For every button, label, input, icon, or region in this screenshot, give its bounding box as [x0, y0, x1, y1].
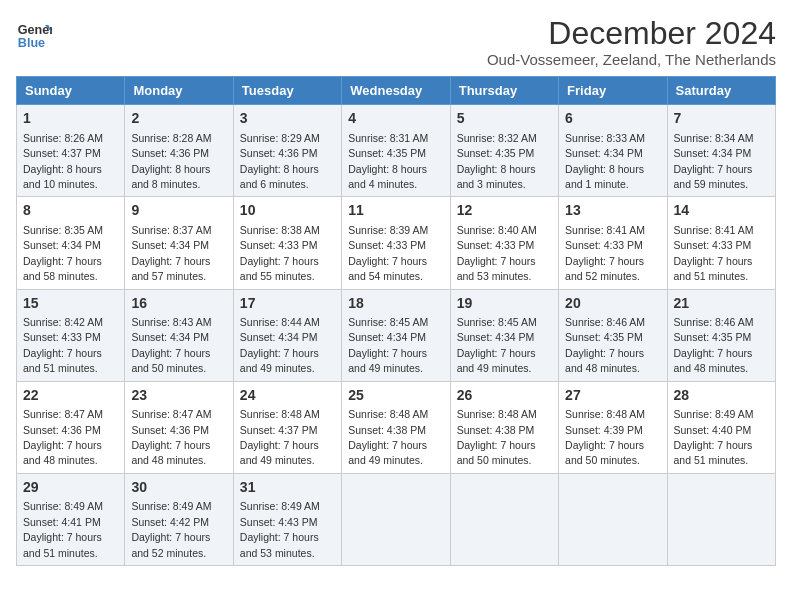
day-sunrise: Sunrise: 8:46 AM [565, 316, 645, 328]
calendar-cell: 2 Sunrise: 8:28 AM Sunset: 4:36 PM Dayli… [125, 105, 233, 197]
day-sunset: Sunset: 4:34 PM [131, 239, 209, 251]
calendar-week-row: 1 Sunrise: 8:26 AM Sunset: 4:37 PM Dayli… [17, 105, 776, 197]
day-sunrise: Sunrise: 8:33 AM [565, 132, 645, 144]
day-number: 29 [23, 478, 118, 498]
day-daylight: Daylight: 7 hours and 51 minutes. [674, 439, 753, 466]
day-number: 21 [674, 294, 769, 314]
column-header-wednesday: Wednesday [342, 77, 450, 105]
day-daylight: Daylight: 7 hours and 49 minutes. [348, 439, 427, 466]
logo-icon: General Blue [16, 16, 52, 52]
calendar-body: 1 Sunrise: 8:26 AM Sunset: 4:37 PM Dayli… [17, 105, 776, 566]
day-daylight: Daylight: 8 hours and 6 minutes. [240, 163, 319, 190]
day-sunset: Sunset: 4:35 PM [674, 331, 752, 343]
day-sunrise: Sunrise: 8:44 AM [240, 316, 320, 328]
day-daylight: Daylight: 7 hours and 48 minutes. [674, 347, 753, 374]
day-sunset: Sunset: 4:41 PM [23, 516, 101, 528]
day-number: 22 [23, 386, 118, 406]
day-sunrise: Sunrise: 8:40 AM [457, 224, 537, 236]
day-sunset: Sunset: 4:33 PM [457, 239, 535, 251]
day-number: 9 [131, 201, 226, 221]
day-daylight: Daylight: 7 hours and 48 minutes. [131, 439, 210, 466]
day-daylight: Daylight: 7 hours and 57 minutes. [131, 255, 210, 282]
day-number: 14 [674, 201, 769, 221]
calendar-cell: 17 Sunrise: 8:44 AM Sunset: 4:34 PM Dayl… [233, 289, 341, 381]
calendar-cell: 14 Sunrise: 8:41 AM Sunset: 4:33 PM Dayl… [667, 197, 775, 289]
day-sunrise: Sunrise: 8:48 AM [457, 408, 537, 420]
day-sunset: Sunset: 4:35 PM [348, 147, 426, 159]
day-number: 1 [23, 109, 118, 129]
day-number: 19 [457, 294, 552, 314]
calendar-week-row: 22 Sunrise: 8:47 AM Sunset: 4:36 PM Dayl… [17, 381, 776, 473]
day-sunset: Sunset: 4:36 PM [131, 424, 209, 436]
day-sunrise: Sunrise: 8:48 AM [565, 408, 645, 420]
calendar-cell: 25 Sunrise: 8:48 AM Sunset: 4:38 PM Dayl… [342, 381, 450, 473]
day-number: 2 [131, 109, 226, 129]
day-sunrise: Sunrise: 8:37 AM [131, 224, 211, 236]
day-sunset: Sunset: 4:33 PM [240, 239, 318, 251]
day-sunrise: Sunrise: 8:41 AM [565, 224, 645, 236]
svg-text:Blue: Blue [18, 36, 45, 50]
calendar-cell: 13 Sunrise: 8:41 AM Sunset: 4:33 PM Dayl… [559, 197, 667, 289]
day-sunrise: Sunrise: 8:41 AM [674, 224, 754, 236]
day-daylight: Daylight: 8 hours and 8 minutes. [131, 163, 210, 190]
day-sunset: Sunset: 4:34 PM [23, 239, 101, 251]
day-daylight: Daylight: 7 hours and 50 minutes. [565, 439, 644, 466]
day-sunset: Sunset: 4:34 PM [565, 147, 643, 159]
calendar-cell: 9 Sunrise: 8:37 AM Sunset: 4:34 PM Dayli… [125, 197, 233, 289]
day-sunrise: Sunrise: 8:48 AM [240, 408, 320, 420]
day-daylight: Daylight: 7 hours and 58 minutes. [23, 255, 102, 282]
day-sunrise: Sunrise: 8:49 AM [131, 500, 211, 512]
calendar-week-row: 15 Sunrise: 8:42 AM Sunset: 4:33 PM Dayl… [17, 289, 776, 381]
calendar-cell [559, 473, 667, 565]
day-sunrise: Sunrise: 8:29 AM [240, 132, 320, 144]
day-daylight: Daylight: 8 hours and 1 minute. [565, 163, 644, 190]
day-sunset: Sunset: 4:36 PM [23, 424, 101, 436]
day-sunrise: Sunrise: 8:45 AM [457, 316, 537, 328]
day-sunset: Sunset: 4:33 PM [565, 239, 643, 251]
day-sunrise: Sunrise: 8:26 AM [23, 132, 103, 144]
page-title: December 2024 [487, 16, 776, 51]
day-sunrise: Sunrise: 8:46 AM [674, 316, 754, 328]
day-sunrise: Sunrise: 8:38 AM [240, 224, 320, 236]
day-number: 27 [565, 386, 660, 406]
calendar-cell: 16 Sunrise: 8:43 AM Sunset: 4:34 PM Dayl… [125, 289, 233, 381]
day-number: 7 [674, 109, 769, 129]
calendar-week-row: 29 Sunrise: 8:49 AM Sunset: 4:41 PM Dayl… [17, 473, 776, 565]
day-daylight: Daylight: 7 hours and 50 minutes. [457, 439, 536, 466]
calendar-cell: 10 Sunrise: 8:38 AM Sunset: 4:33 PM Dayl… [233, 197, 341, 289]
calendar-cell: 1 Sunrise: 8:26 AM Sunset: 4:37 PM Dayli… [17, 105, 125, 197]
column-header-monday: Monday [125, 77, 233, 105]
column-header-friday: Friday [559, 77, 667, 105]
day-number: 26 [457, 386, 552, 406]
day-sunset: Sunset: 4:33 PM [674, 239, 752, 251]
day-daylight: Daylight: 7 hours and 53 minutes. [240, 531, 319, 558]
day-sunset: Sunset: 4:37 PM [23, 147, 101, 159]
header: General Blue December 2024 Oud-Vossemeer… [16, 16, 776, 68]
day-sunset: Sunset: 4:40 PM [674, 424, 752, 436]
day-daylight: Daylight: 7 hours and 51 minutes. [23, 347, 102, 374]
day-daylight: Daylight: 7 hours and 52 minutes. [131, 531, 210, 558]
calendar-table: SundayMondayTuesdayWednesdayThursdayFrid… [16, 76, 776, 566]
day-sunrise: Sunrise: 8:47 AM [131, 408, 211, 420]
day-sunrise: Sunrise: 8:45 AM [348, 316, 428, 328]
calendar-cell: 4 Sunrise: 8:31 AM Sunset: 4:35 PM Dayli… [342, 105, 450, 197]
day-number: 18 [348, 294, 443, 314]
day-daylight: Daylight: 7 hours and 54 minutes. [348, 255, 427, 282]
day-sunset: Sunset: 4:34 PM [348, 331, 426, 343]
day-sunrise: Sunrise: 8:28 AM [131, 132, 211, 144]
day-sunrise: Sunrise: 8:42 AM [23, 316, 103, 328]
day-sunset: Sunset: 4:34 PM [457, 331, 535, 343]
day-number: 24 [240, 386, 335, 406]
calendar-cell: 21 Sunrise: 8:46 AM Sunset: 4:35 PM Dayl… [667, 289, 775, 381]
day-number: 6 [565, 109, 660, 129]
day-sunrise: Sunrise: 8:48 AM [348, 408, 428, 420]
calendar-cell: 26 Sunrise: 8:48 AM Sunset: 4:38 PM Dayl… [450, 381, 558, 473]
day-daylight: Daylight: 7 hours and 51 minutes. [674, 255, 753, 282]
day-number: 25 [348, 386, 443, 406]
day-daylight: Daylight: 8 hours and 4 minutes. [348, 163, 427, 190]
calendar-cell: 20 Sunrise: 8:46 AM Sunset: 4:35 PM Dayl… [559, 289, 667, 381]
calendar-cell: 3 Sunrise: 8:29 AM Sunset: 4:36 PM Dayli… [233, 105, 341, 197]
day-daylight: Daylight: 7 hours and 51 minutes. [23, 531, 102, 558]
day-daylight: Daylight: 7 hours and 48 minutes. [565, 347, 644, 374]
column-header-tuesday: Tuesday [233, 77, 341, 105]
